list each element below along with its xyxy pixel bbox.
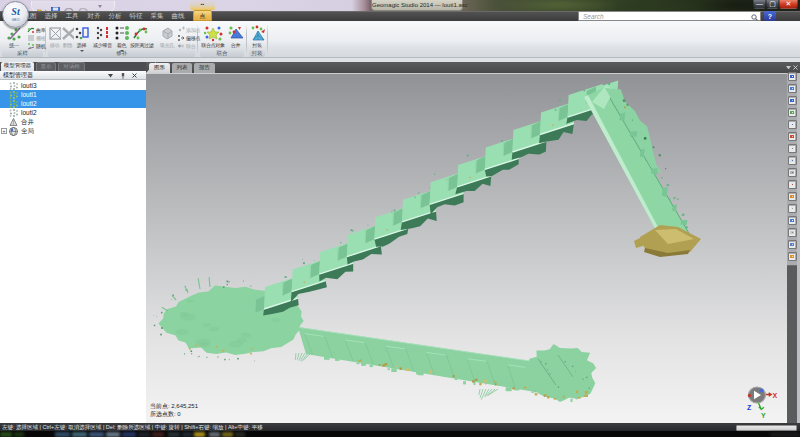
- svg-text:Z: Z: [747, 404, 752, 411]
- svg-text:X: X: [773, 392, 778, 399]
- svg-text:Y: Y: [761, 412, 766, 419]
